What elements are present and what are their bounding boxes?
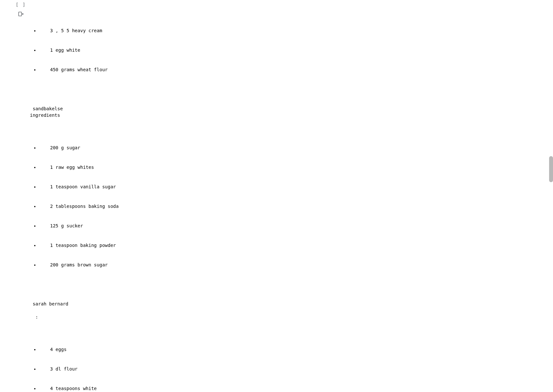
list-item: 1 teaspoon baking powder <box>39 242 541 249</box>
output-content: 3 , 5 5 heavy cream 1 egg white 450 gram… <box>30 0 541 392</box>
output-list-top: 3 , 5 5 heavy cream 1 egg white 450 gram… <box>30 14 541 86</box>
list-item: 3 dl flour <box>39 366 541 372</box>
section-subtitle: : <box>30 314 38 319</box>
section-title: sarah bernard <box>30 301 68 306</box>
svg-rect-0 <box>19 12 21 16</box>
list-item: 200 grams brown sugar <box>39 262 541 268</box>
output-toggle-icon[interactable] <box>18 11 24 17</box>
exec-count-bracket: [ ] <box>16 2 26 7</box>
output-list-1: 200 g sugar 1 raw egg whites 1 teaspoon … <box>30 131 541 281</box>
output-gutter: [ ] <box>12 0 30 17</box>
list-item: 3 , 5 5 heavy cream <box>39 27 541 34</box>
list-item: 4 eggs <box>39 346 541 353</box>
list-item: 200 g sugar <box>39 144 541 151</box>
list-item: 2 tablespoons baking soda <box>39 203 541 210</box>
scrollbar-thumb[interactable] <box>549 156 553 182</box>
list-item: 125 g sucker <box>39 223 541 229</box>
section-title: sandbakelse <box>30 106 63 111</box>
list-item: 1 egg white <box>39 47 541 53</box>
list-item: 1 teaspoon vanilla sugar <box>39 183 541 190</box>
output-list-2: 4 eggs 3 dl flour 4 teaspoons white 2 ta… <box>30 333 541 392</box>
output-cell: [ ] 3 , 5 5 heavy cream 1 egg white 450 … <box>12 0 541 392</box>
list-item: 450 grams wheat flour <box>39 66 541 73</box>
list-item: 4 teaspoons white <box>39 385 541 392</box>
section-subtitle: ingredients <box>30 113 60 118</box>
list-item: 1 raw egg whites <box>39 164 541 170</box>
